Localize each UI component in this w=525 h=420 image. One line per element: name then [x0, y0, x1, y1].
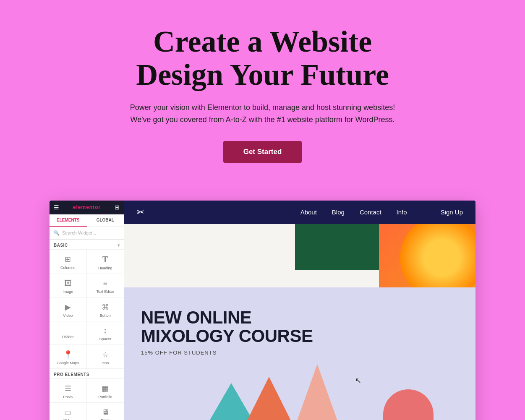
nav-link-info[interactable]: Info: [397, 209, 407, 216]
site-logo-icon: ✂: [137, 207, 144, 218]
grid-icon[interactable]: ⊞: [115, 204, 120, 211]
shape-teal: [208, 383, 254, 420]
nav-link-contact[interactable]: Contact: [360, 209, 381, 216]
widget-video[interactable]: ▶ Video: [50, 297, 87, 321]
cursor-icon: ↖: [355, 376, 361, 385]
nav-link-blog[interactable]: Blog: [332, 209, 345, 216]
nav-cta-signup[interactable]: Sign Up: [441, 209, 463, 216]
widget-posts[interactable]: ☰ Posts: [50, 379, 87, 403]
chevron-icon: ▾: [118, 243, 120, 248]
tab-elements[interactable]: ELEMENTS: [50, 214, 87, 227]
hero-left-area: [124, 224, 295, 287]
widget-columns-label: Columns: [60, 266, 76, 270]
course-title: NEW ONLINE MIXOLOGY COURSE: [141, 308, 459, 345]
widget-text-editor[interactable]: ≡ Text Editor: [87, 274, 124, 297]
widget-portfolio[interactable]: ▦ Portfolio: [87, 379, 124, 403]
search-bar: 🔍 Search Widget...: [50, 227, 124, 240]
site-navbar: ✂ About Blog Contact Info Sign Up: [124, 201, 475, 224]
widget-text-editor-label: Text Editor: [96, 290, 114, 294]
sidebar-tabs: ELEMENTS GLOBAL: [50, 214, 124, 227]
pro-widgets-grid: ☰ Posts ▦ Portfolio ▭ Slides 🖥 Form 👤: [50, 379, 124, 420]
hamburger-icon[interactable]: ☰: [54, 204, 59, 211]
widget-button[interactable]: ⌘ Button: [87, 297, 124, 321]
google-maps-icon: 📍: [63, 350, 73, 359]
editor-preview-wrapper: ☰ elementor ⊞ ELEMENTS GLOBAL 🔍 Search W…: [0, 201, 525, 420]
widget-form-label: Form: [101, 418, 110, 420]
divider-icon: ⸺: [65, 326, 71, 333]
widget-icon[interactable]: ☆ Icon: [87, 345, 124, 369]
widget-image[interactable]: 🖼 Image: [50, 274, 87, 297]
basic-section-label: BASIC ▾: [50, 240, 124, 250]
spacer-icon: ↕: [103, 326, 107, 335]
course-subtitle: 15% OFF FOR STUDENTS: [141, 350, 459, 356]
widget-slides[interactable]: ▭ Slides: [50, 403, 87, 420]
widget-image-label: Image: [63, 290, 73, 294]
widget-heading-label: Heading: [98, 266, 112, 270]
search-placeholder[interactable]: Search Widget...: [62, 230, 96, 235]
shape-pink-mound: [383, 389, 434, 420]
pro-section-label: PRO ELEMENTS: [50, 369, 124, 379]
hero-title: Create a Website Design Your Future: [8, 25, 517, 91]
shapes-area: ↖: [141, 356, 459, 420]
hero-green-block: [295, 224, 379, 270]
widget-spacer[interactable]: ↕ Spacer: [87, 321, 124, 345]
nav-link-about[interactable]: About: [300, 209, 317, 216]
elementor-sidebar: ☰ elementor ⊞ ELEMENTS GLOBAL 🔍 Search W…: [50, 201, 124, 420]
site-nav-links: About Blog Contact Info: [300, 209, 407, 216]
get-started-button[interactable]: Get Started: [223, 141, 302, 163]
widget-form[interactable]: 🖥 Form: [87, 403, 124, 420]
search-icon: 🔍: [54, 230, 60, 236]
elementor-logo: elementor: [73, 204, 101, 210]
hero-section: Create a Website Design Your Future Powe…: [0, 0, 525, 201]
tab-global[interactable]: GLOBAL: [87, 214, 124, 227]
hero-title-line2: Design Your Future: [136, 58, 389, 91]
form-icon: 🖥: [102, 408, 109, 417]
columns-icon: ⊞: [65, 255, 71, 264]
widget-portfolio-label: Portfolio: [98, 395, 112, 399]
hero-subtitle: Power your vision with Elementor to buil…: [116, 102, 410, 126]
course-title-line1: NEW ONLINE: [141, 308, 459, 327]
widget-spacer-label: Spacer: [99, 337, 111, 341]
posts-icon: ☰: [65, 384, 71, 393]
slides-icon: ▭: [64, 408, 71, 417]
text-editor-icon: ≡: [103, 279, 107, 288]
widgets-grid: ⊞ Columns T Heading 🖼 Image ≡ Text Edito…: [50, 250, 124, 369]
widget-video-label: Video: [63, 313, 73, 318]
hero-title-line1: Create a Website: [153, 25, 372, 58]
widget-google-maps[interactable]: 📍 Google Maps: [50, 345, 87, 369]
widget-columns[interactable]: ⊞ Columns: [50, 250, 87, 274]
widget-google-maps-label: Google Maps: [57, 361, 79, 365]
button-icon: ⌘: [102, 303, 109, 312]
image-icon: 🖼: [64, 279, 72, 288]
elementor-topbar: ☰ elementor ⊞: [50, 201, 124, 214]
widget-heading[interactable]: T Heading: [87, 250, 124, 274]
course-title-line2: MIXOLOGY COURSE: [141, 327, 459, 345]
editor-preview: ☰ elementor ⊞ ELEMENTS GLOBAL 🔍 Search W…: [50, 201, 475, 420]
widget-divider[interactable]: ⸺ Divider: [50, 321, 87, 345]
widget-posts-label: Posts: [63, 395, 73, 399]
orange-circle: [400, 224, 475, 287]
hero-right-area: [295, 224, 475, 287]
shape-salmon: [296, 364, 338, 420]
icon-icon: ☆: [102, 350, 109, 359]
heading-icon: T: [102, 255, 108, 264]
hero-orange-block: [379, 224, 475, 287]
site-hero-area: [124, 224, 475, 287]
widget-divider-label: Divider: [62, 335, 74, 339]
portfolio-icon: ▦: [102, 384, 109, 393]
widget-icon-label: Icon: [102, 361, 109, 365]
course-section: NEW ONLINE MIXOLOGY COURSE 15% OFF FOR S…: [124, 287, 475, 420]
widget-button-label: Button: [100, 313, 111, 318]
video-icon: ▶: [65, 303, 71, 312]
website-preview: ✂ About Blog Contact Info Sign Up: [124, 201, 475, 420]
